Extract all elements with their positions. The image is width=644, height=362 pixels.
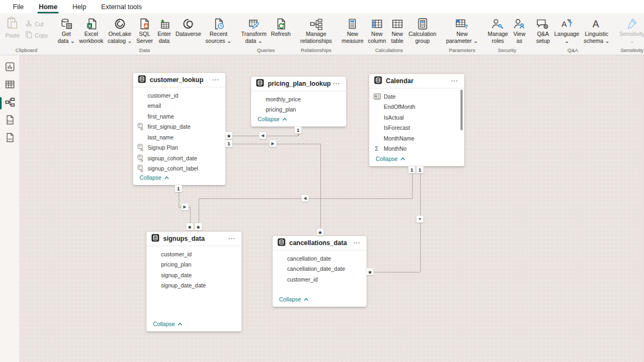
get-data-button[interactable]: Getdata ⌄ (55, 15, 77, 45)
fx-icon: fx (137, 154, 145, 162)
manage-relationships-button[interactable]: Managerelationships (298, 15, 334, 45)
field-row[interactable]: fxsignup_cohort_date (133, 153, 225, 164)
more-menu-icon[interactable]: ⋯ (227, 236, 237, 241)
new-parameter-button[interactable]: ?Newparameter ⌄ (444, 15, 480, 45)
field-label: signup_cohort_label (148, 165, 198, 172)
language-icon: A (561, 17, 573, 31)
field-row[interactable]: last_name (133, 132, 225, 143)
field-label: Signup Plan (148, 144, 178, 151)
new-table-icon (391, 17, 404, 31)
manage-roles-button[interactable]: Manageroles (486, 15, 510, 45)
more-menu-icon[interactable]: ⋯ (450, 78, 459, 84)
new-parameter-icon: ? (455, 17, 469, 31)
relationship-line[interactable] (370, 272, 420, 273)
menu-tab-file[interactable]: File (5, 0, 31, 13)
field-row[interactable]: signup_date_date (147, 280, 241, 291)
new-measure-button[interactable]: Newmeasure (340, 15, 366, 45)
table-card-header: customer_lookup⋯ (133, 73, 225, 87)
new-column-button[interactable]: Newcolumn (365, 15, 388, 45)
recent-sources-button[interactable]: Recentsources ⌄ (203, 15, 233, 45)
model-view-icon (5, 97, 15, 109)
field-row[interactable]: signup_date (147, 270, 241, 280)
field-row[interactable]: pricing_plan (147, 260, 241, 270)
field-row[interactable]: MonthName (369, 133, 464, 144)
field-row[interactable]: customer_id (273, 274, 367, 285)
linguistic-schema-button[interactable]: ALinguisticschema ⌄ (581, 15, 611, 45)
relationship-line[interactable] (199, 198, 200, 224)
field-row[interactable]: ΣMonthNo (369, 144, 464, 154)
field-row[interactable]: email (133, 101, 225, 112)
more-menu-icon[interactable]: ⋯ (211, 77, 221, 83)
card-scrollbar-thumb[interactable] (460, 90, 463, 130)
field-row[interactable]: Date (369, 91, 464, 102)
field-list: customer_idemailfirst_namefxfirst_signup… (133, 87, 225, 174)
excel-workbook-button[interactable]: XExcelworkbook (77, 15, 106, 45)
field-row[interactable]: cancellation_date (273, 253, 367, 264)
svg-text:DAX: DAX (8, 120, 13, 123)
qa-setup-button[interactable]: Q&Asetup (534, 15, 552, 45)
sidebar-item-tmdl-view[interactable]: TMDL (0, 130, 20, 147)
transform-data-button[interactable]: Transformdata ⌄ (239, 15, 268, 45)
button-label: Newcolumn (368, 31, 386, 45)
collapse-link[interactable]: Collapse (133, 174, 225, 185)
table-card-Calendar[interactable]: Calendar⋯DateEndOfMonthIsActualIsForecas… (369, 74, 464, 166)
table-card-pricing_plan_lookup[interactable]: pricing_plan_lookup⋯monthly_pricepricing… (251, 77, 346, 127)
menu-tab-help[interactable]: Help (65, 0, 94, 13)
enter-data-button[interactable]: Enterdata (155, 15, 173, 45)
dataverse-button[interactable]: Dataverse (173, 15, 203, 38)
collapse-link[interactable]: Collapse (251, 116, 346, 127)
cardinality-marker-many: * (367, 268, 374, 275)
field-label: first_signup_date (148, 123, 191, 130)
button-label: Getdata ⌄ (57, 31, 75, 45)
paste-button[interactable]: Paste (3, 15, 23, 39)
more-menu-icon[interactable]: ⋯ (352, 240, 362, 246)
cut-button[interactable]: Cut (23, 18, 50, 29)
table-card-customer_lookup[interactable]: customer_lookup⋯customer_idemailfirst_na… (133, 73, 225, 185)
sidebar-item-dax-query-view[interactable]: DAX (0, 112, 20, 130)
new-table-button[interactable]: Newtable (388, 15, 406, 45)
field-row[interactable]: IsActual (369, 112, 464, 123)
table-card-cancellations_data[interactable]: cancellations_data⋯cancellation_datecanc… (273, 236, 367, 307)
calculation-group-button[interactable]: Calculationgroup (406, 15, 438, 45)
copy-button[interactable]: Copy (23, 29, 50, 41)
sidebar-item-model-view[interactable] (0, 94, 20, 112)
collapse-link[interactable]: Collapse (147, 321, 241, 331)
field-row[interactable]: first_name (133, 111, 225, 122)
collapse-link[interactable]: Collapse (273, 296, 367, 307)
refresh-button[interactable]: Refresh (269, 15, 293, 38)
ribbon-group-label: Security (486, 47, 529, 55)
field-row[interactable]: fxfirst_signup_date (133, 122, 225, 132)
onelake-catalog-button[interactable]: OneLakecatalog ⌄ (105, 15, 134, 45)
field-row[interactable]: fxsignup_cohort_label (133, 164, 225, 174)
relationship-line[interactable] (232, 144, 321, 145)
ribbon-group-label: Calculations (340, 47, 439, 55)
button-label: Cut (35, 21, 43, 27)
relationship-line[interactable] (320, 144, 321, 229)
field-row[interactable]: customer_id (133, 90, 225, 101)
relationship-line[interactable] (190, 207, 191, 224)
field-list: customer_idpricing_plansignup_datesignup… (147, 246, 241, 321)
collapse-link[interactable]: Collapse (369, 156, 464, 166)
dataverse-icon (182, 17, 194, 31)
field-row[interactable]: pricing_plan (251, 105, 346, 115)
menu-tab-home[interactable]: Home (31, 0, 65, 13)
more-menu-icon[interactable]: ⋯ (332, 81, 341, 86)
field-row[interactable]: cancellation_date_date (273, 264, 367, 275)
sidebar-item-table-view[interactable] (0, 77, 20, 94)
menu-tab-external-tools[interactable]: External tools (94, 0, 150, 13)
table-title: cancellations_data (289, 239, 352, 247)
filter-direction-arrow-icon: ◀ (302, 195, 309, 202)
get-data-icon (60, 17, 72, 31)
table-card-signups_data[interactable]: signups_data⋯customer_idpricing_plansign… (147, 232, 241, 331)
field-row[interactable]: IsForecast (369, 123, 464, 134)
field-label: monthly_price (266, 96, 301, 102)
field-row[interactable]: fxSignup Plan (133, 143, 225, 153)
field-row[interactable]: monthly_price (251, 94, 346, 105)
language-button[interactable]: ALanguage⌄ (552, 15, 582, 45)
view-as-button[interactable]: Viewas (510, 15, 529, 45)
sidebar-item-report-view[interactable] (0, 59, 20, 77)
field-row[interactable]: EndOfMonth (369, 102, 464, 113)
sql-server-button[interactable]: SQLServer (134, 15, 155, 45)
sensitivity-button[interactable]: Sensitivity⌄ (617, 15, 644, 45)
field-row[interactable]: customer_id (147, 249, 241, 260)
